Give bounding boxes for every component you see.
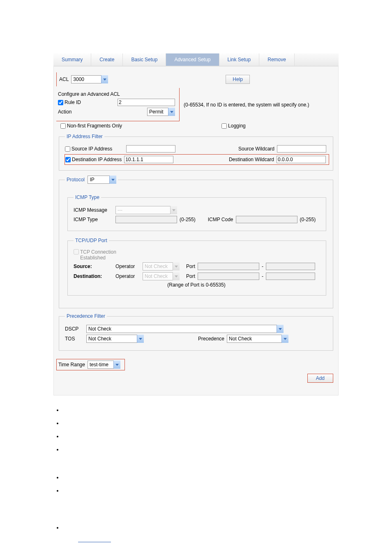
destination-port-from-input xyxy=(198,273,259,280)
logging-checkbox[interactable]: Logging xyxy=(221,123,246,129)
icmp-code-label: ICMP Code xyxy=(208,217,233,222)
list-item: . xyxy=(62,488,339,493)
icmp-code-hint: (0-255) xyxy=(300,217,316,222)
acl-label: ACL xyxy=(59,76,69,82)
source-port-to-input xyxy=(266,263,315,270)
tcp-udp-port-group: TCP/UDP Port TCP Connection Established … xyxy=(67,238,326,296)
dscp-label: DSCP xyxy=(65,326,84,332)
tcp-udp-port-legend: TCP/UDP Port xyxy=(74,238,109,243)
tos-select[interactable]: Not Check xyxy=(86,335,144,343)
destination-ip-label: Destination IP Address xyxy=(72,157,122,162)
acl-select[interactable]: 3000 xyxy=(71,75,108,83)
action-label: Action xyxy=(58,109,71,115)
dash-label-2: - xyxy=(262,273,263,279)
tos-label: TOS xyxy=(65,336,84,342)
source-port-label: Source: xyxy=(74,264,113,269)
source-port-from-input xyxy=(198,263,259,270)
action-select[interactable]: Permit xyxy=(147,108,175,116)
icmp-message-label: ICMP Message xyxy=(74,207,113,213)
precedence-label: Precedence xyxy=(198,336,224,342)
list-item: . xyxy=(62,474,339,480)
tcp-connection-established-checkbox[interactable]: TCP Connection Established xyxy=(74,249,133,261)
protocol-select[interactable]: IP xyxy=(88,176,116,184)
protocol-legend: Protocol IP xyxy=(65,176,118,184)
destination-wildcard-input[interactable] xyxy=(277,156,326,163)
logging-label: Logging xyxy=(228,123,246,129)
rule-id-label: Rule ID xyxy=(65,99,81,105)
rule-id-input[interactable] xyxy=(118,99,175,106)
list-item: . xyxy=(62,433,339,439)
rule-id-hint: (0-65534, If no ID is entered, the syste… xyxy=(184,102,309,108)
add-button[interactable]: Add xyxy=(307,374,333,383)
destination-port-text: Port xyxy=(186,273,195,279)
protocol-group: Protocol IP ICMP Type ICMP Message --- xyxy=(59,176,333,308)
icmp-type-group: ICMP Type ICMP Message --- ICMP Type (0-… xyxy=(67,194,326,231)
tablist: Summary Create Basic Setup Advanced Setu… xyxy=(53,53,339,66)
list-item: . xyxy=(62,407,339,413)
help-button[interactable]: Help xyxy=(226,75,250,84)
list-item: . xyxy=(62,525,339,530)
port-range-hint: (Range of Port is 0-65535) xyxy=(167,282,225,288)
time-range-select[interactable]: test-time xyxy=(88,361,120,369)
destination-wildcard-label: Destination Wildcard xyxy=(229,157,274,162)
list-item: . xyxy=(62,420,339,426)
source-operator-label: Operator xyxy=(115,264,140,269)
list-item: . xyxy=(62,446,339,452)
icmp-message-select: --- xyxy=(115,206,177,214)
time-range-label: Time Range xyxy=(58,362,85,368)
link-underline[interactable] xyxy=(78,542,111,542)
tab-basic-setup[interactable]: Basic Setup xyxy=(123,53,166,66)
tcp-connection-established-label: TCP Connection Established xyxy=(80,249,133,261)
icmp-code-input xyxy=(236,216,297,223)
source-ip-checkbox[interactable]: Source IP Address xyxy=(65,146,112,152)
icmp-type-label: ICMP Type xyxy=(74,217,113,222)
icmp-type-hint: (0-255) xyxy=(180,217,196,222)
dscp-select[interactable]: Not Check xyxy=(86,325,284,333)
destination-port-to-input xyxy=(266,273,315,280)
tab-remove[interactable]: Remove xyxy=(259,53,295,66)
source-operator-select: Not Check xyxy=(143,262,180,271)
precedence-filter-legend: Precedence Filter xyxy=(65,313,107,319)
non-first-fragments-label: Non-first Fragments Only xyxy=(67,123,122,129)
precedence-filter-group: Precedence Filter DSCP Not Check TOS Not… xyxy=(59,313,333,351)
source-port-text: Port xyxy=(186,264,195,269)
source-wildcard-input[interactable] xyxy=(277,145,326,153)
destination-ip-checkbox[interactable]: Destination IP Address xyxy=(65,157,122,162)
tab-create[interactable]: Create xyxy=(91,53,123,66)
ip-address-filter-group: IP Address Filter Source IP Address Sour… xyxy=(59,134,333,171)
tab-advanced-setup[interactable]: Advanced Setup xyxy=(166,53,219,66)
icmp-type-input xyxy=(115,216,177,223)
notes-list: . . . . . . . xyxy=(53,407,339,543)
destination-operator-select: Not Check xyxy=(143,272,180,280)
source-ip-label: Source IP Address xyxy=(71,146,112,152)
precedence-select[interactable]: Not Check xyxy=(227,335,288,343)
tab-summary[interactable]: Summary xyxy=(53,53,91,66)
tab-link-setup[interactable]: Link Setup xyxy=(219,53,260,66)
dash-label: - xyxy=(262,264,263,269)
icmp-type-legend: ICMP Type xyxy=(74,194,101,200)
rule-id-checkbox[interactable]: Rule ID xyxy=(58,99,81,105)
configure-title: Configure an Advanced ACL xyxy=(58,91,120,97)
destination-port-label: Destination: xyxy=(74,273,113,279)
ip-address-filter-legend: IP Address Filter xyxy=(65,134,104,139)
non-first-fragments-checkbox[interactable]: Non-first Fragments Only xyxy=(60,123,122,129)
destination-operator-label: Operator xyxy=(115,273,140,279)
source-wildcard-label: Source Wildcard xyxy=(238,146,274,152)
destination-ip-input[interactable] xyxy=(124,156,173,163)
source-ip-input[interactable] xyxy=(126,145,175,153)
